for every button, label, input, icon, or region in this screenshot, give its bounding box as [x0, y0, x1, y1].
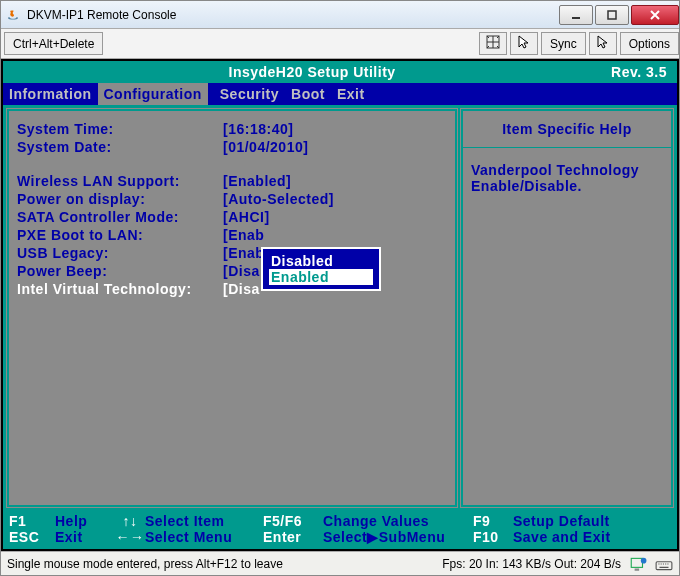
setting-row[interactable]: System Date:[01/04/2010] [17, 139, 447, 155]
bios-revision: Rev. 3.5 [611, 64, 667, 80]
status-message: Single mouse mode entered, press Alt+F12… [7, 557, 434, 571]
fullscreen-icon [485, 34, 501, 53]
tab-boot[interactable]: Boot [285, 83, 331, 105]
help-title: Item Specific Help [471, 121, 663, 137]
setting-value: [Disa [223, 263, 260, 279]
sync-button[interactable]: Sync [541, 32, 586, 55]
status-bar: Single mouse mode entered, press Alt+F12… [1, 551, 679, 575]
setting-row[interactable]: Intel Virtual Technology:[Disa [17, 281, 447, 297]
bios-header: InsydeH20 Setup Utility Rev. 3.5 [3, 61, 677, 83]
bios-title: InsydeH20 Setup Utility [13, 64, 611, 80]
setting-label: Wireless LAN Support: [17, 173, 223, 189]
bios-utility: InsydeH20 Setup Utility Rev. 3.5 Informa… [3, 61, 677, 549]
help-line: Enable/Disable. [471, 178, 663, 194]
key-change-values: Change Values [323, 513, 473, 529]
key-f9: F9 [473, 513, 513, 529]
svg-rect-5 [635, 568, 640, 570]
tab-configuration[interactable]: Configuration [98, 83, 208, 105]
setting-label: System Date: [17, 139, 223, 155]
setting-row[interactable]: SATA Controller Mode:[AHCI] [17, 209, 447, 225]
setting-value: [Auto-Selected] [223, 191, 334, 207]
setting-row[interactable]: Wireless LAN Support:[Enabled] [17, 173, 447, 189]
setting-row[interactable]: PXE Boot to LAN:[Enab [17, 227, 447, 243]
setting-label: Intel Virtual Technology: [17, 281, 223, 297]
bios-panels: System Time:[16:18:40]System Date:[01/04… [3, 105, 677, 511]
setting-label: Power on display: [17, 191, 223, 207]
app-window: DKVM-IP1 Remote Console Ctrl+Alt+Delete [0, 0, 680, 576]
key-help-bar: F1 Help ↑↓ Select Item F5/F6 Change Valu… [3, 511, 677, 549]
setting-label: Power Beep: [17, 263, 223, 279]
ctrl-alt-del-button[interactable]: Ctrl+Alt+Delete [4, 32, 103, 55]
setting-label: System Time: [17, 121, 223, 137]
arrows-horizontal-icon: ←→ [115, 529, 145, 545]
popup-option-enabled[interactable]: Enabled [269, 269, 373, 285]
pointer-icon [595, 34, 611, 53]
svg-rect-6 [656, 561, 672, 569]
setting-value: [01/04/2010] [223, 139, 308, 155]
tab-security[interactable]: Security [208, 83, 285, 105]
window-title: DKVM-IP1 Remote Console [27, 8, 557, 22]
key-select-submenu: Select▶SubMenu [323, 529, 473, 545]
title-bar: DKVM-IP1 Remote Console [1, 1, 679, 29]
remote-screen[interactable]: InsydeH20 Setup Utility Rev. 3.5 Informa… [1, 59, 679, 551]
help-line: Vanderpool Technology [471, 162, 663, 178]
arrows-vertical-icon: ↑↓ [115, 513, 145, 529]
key-f5f6: F5/F6 [263, 513, 323, 529]
setting-value: [Disa [223, 281, 260, 297]
bios-tabs: Information Configuration Security Boot … [3, 83, 677, 105]
setting-row[interactable]: Power Beep:[Disa [17, 263, 447, 279]
key-line-1: F1 Help ↑↓ Select Item F5/F6 Change Valu… [9, 513, 671, 529]
toolbar-spacer [103, 29, 476, 58]
options-button[interactable]: Options [620, 32, 679, 55]
setting-value: [Enabled] [223, 173, 291, 189]
settings-panel: System Time:[16:18:40]System Date:[01/04… [7, 109, 457, 507]
setting-value: [AHCI] [223, 209, 270, 225]
key-select-item: Select Item [145, 513, 263, 529]
help-panel: Item Specific Help Vanderpool Technology… [461, 109, 673, 507]
key-line-2: ESC Exit ←→ Select Menu Enter Select▶Sub… [9, 529, 671, 545]
cursor-icon [516, 34, 532, 53]
value-popup: Disabled Enabled [261, 247, 381, 291]
key-esc: ESC [9, 529, 55, 545]
pointer-button[interactable] [589, 32, 617, 55]
tab-exit[interactable]: Exit [331, 83, 371, 105]
key-exit-label: Exit [55, 529, 115, 545]
setting-row [17, 157, 447, 171]
monitor-icon[interactable] [629, 555, 647, 573]
setting-label: USB Legacy: [17, 245, 223, 261]
toolbar: Ctrl+Alt+Delete Sync Options [1, 29, 679, 59]
java-icon [5, 7, 21, 23]
window-controls [557, 5, 679, 25]
setting-value: [Enab [223, 245, 264, 261]
setting-value: [Enab [223, 227, 264, 243]
key-save-exit: Save and Exit [513, 529, 611, 545]
svg-point-4 [641, 557, 647, 563]
svg-rect-1 [608, 11, 616, 19]
help-body: Vanderpool Technology Enable/Disable. [471, 162, 663, 194]
setting-row[interactable]: System Time:[16:18:40] [17, 121, 447, 137]
setting-label: SATA Controller Mode: [17, 209, 223, 225]
key-setup-default: Setup Default [513, 513, 610, 529]
close-button[interactable] [631, 5, 679, 25]
key-help-label: Help [55, 513, 115, 529]
maximize-button[interactable] [595, 5, 629, 25]
help-divider [463, 147, 671, 148]
key-f1: F1 [9, 513, 55, 529]
setting-row[interactable]: USB Legacy:[Enab [17, 245, 447, 261]
tab-information[interactable]: Information [3, 83, 98, 105]
setting-value: [16:18:40] [223, 121, 293, 137]
key-select-menu: Select Menu [145, 529, 263, 545]
minimize-button[interactable] [559, 5, 593, 25]
key-enter: Enter [263, 529, 323, 545]
keyboard-icon[interactable] [655, 555, 673, 573]
cursor-button[interactable] [510, 32, 538, 55]
svg-rect-3 [631, 558, 642, 567]
setting-label: PXE Boot to LAN: [17, 227, 223, 243]
key-f10: F10 [473, 529, 513, 545]
status-fps: Fps: 20 In: 143 KB/s Out: 204 B/s [442, 557, 621, 571]
setting-row[interactable]: Power on display:[Auto-Selected] [17, 191, 447, 207]
fullscreen-button[interactable] [479, 32, 507, 55]
svg-rect-0 [572, 17, 580, 19]
popup-option-disabled[interactable]: Disabled [269, 253, 373, 269]
